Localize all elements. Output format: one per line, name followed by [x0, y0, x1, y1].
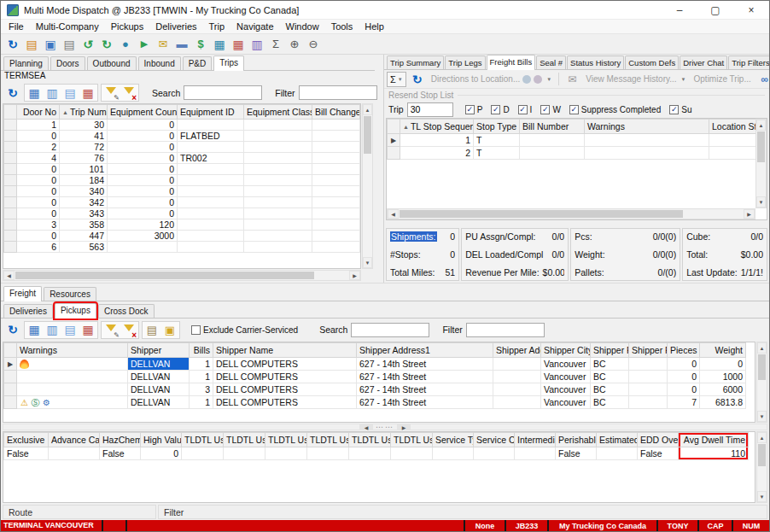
scroll-left-icon[interactable]: ◀ [388, 209, 399, 219]
col-shipper-pro[interactable]: Shipper Pro [591, 343, 629, 358]
cell[interactable]: 563 [60, 242, 108, 253]
cell[interactable]: 101 [60, 164, 108, 175]
cell[interactable] [178, 142, 244, 153]
chart-icon[interactable] [248, 36, 265, 52]
undo-icon[interactable] [79, 36, 96, 52]
cell[interactable]: 0 [17, 164, 60, 175]
cell[interactable]: 110 [679, 447, 749, 460]
cell[interactable] [17, 383, 128, 396]
planning-filter-input[interactable] [299, 85, 377, 100]
cell[interactable] [312, 153, 360, 164]
cell[interactable] [515, 447, 556, 460]
cell[interactable]: 1 [17, 120, 60, 131]
cell[interactable]: 0 [668, 358, 700, 371]
col-tldtl-user[interactable]: TLDTL User [391, 433, 433, 447]
cell[interactable]: 0 [700, 358, 746, 371]
cell[interactable]: 358 [60, 219, 108, 231]
scroll-thumb[interactable] [15, 272, 314, 279]
checkbox-p[interactable]: ✓P [465, 105, 483, 114]
cell[interactable]: 0 [17, 186, 60, 197]
cell[interactable]: DELLVAN [128, 396, 190, 409]
cell[interactable]: T [474, 134, 520, 147]
col-bills[interactable]: Bills [190, 343, 213, 358]
col-service-clas[interactable]: Service Clas [474, 433, 515, 447]
menu-item-file[interactable]: File [3, 20, 30, 32]
view-message-history-button[interactable]: View Message History...▼ [586, 74, 685, 84]
checkbox-w[interactable]: ✓W [540, 105, 560, 114]
close-button[interactable]: × [733, 1, 769, 20]
col-shipper-pos[interactable]: Shipper Pos [629, 343, 668, 358]
cell[interactable] [493, 371, 541, 383]
cell[interactable] [244, 219, 312, 231]
cell[interactable] [17, 358, 128, 371]
scroll-up-icon[interactable]: ▲ [757, 432, 767, 443]
current-row-marker-icon[interactable]: ▶ [4, 358, 17, 371]
scroll-down-icon[interactable]: ▼ [757, 491, 767, 502]
scroll-left-icon[interactable]: ◀ [3, 271, 15, 280]
truck-icon[interactable] [173, 36, 190, 52]
tab-freight-bills[interactable]: Freight Bills [487, 55, 536, 70]
cell[interactable]: DELLVAN [128, 383, 190, 396]
cell[interactable] [312, 164, 360, 175]
row-selector[interactable] [4, 208, 17, 219]
cell[interactable]: 0 [108, 175, 178, 186]
cell[interactable] [108, 242, 178, 253]
cell[interactable]: 0 [668, 371, 700, 383]
cell[interactable] [493, 383, 541, 396]
cell[interactable] [244, 142, 312, 153]
cell[interactable]: 0 [108, 208, 178, 219]
cell[interactable] [182, 447, 224, 460]
menu-item-multi-company[interactable]: Multi-Company [30, 20, 105, 32]
cell[interactable]: 342 [60, 197, 108, 208]
row-selector[interactable] [4, 175, 17, 186]
col-shipper-adc[interactable]: Shipper Adc [493, 343, 541, 358]
cell[interactable] [629, 396, 668, 409]
row-selector[interactable] [4, 186, 17, 197]
maximize-button[interactable]: ▢ [697, 1, 733, 20]
cell[interactable]: 1 [190, 396, 213, 409]
tab-trip-summary[interactable]: Trip Summary [387, 56, 444, 69]
col-shipper-name[interactable]: Shipper Name [213, 343, 357, 358]
row-selector[interactable] [4, 197, 17, 208]
planning-search-input[interactable] [184, 85, 262, 100]
menu-item-window[interactable]: Window [280, 20, 325, 32]
col-exclusive[interactable]: Exclusive [4, 433, 49, 447]
scroll-thumb[interactable] [758, 354, 766, 380]
cell[interactable]: 7 [668, 396, 700, 409]
zoom-out-icon[interactable] [305, 36, 322, 52]
col-tldtl-user[interactable]: TLDTL User [265, 433, 307, 447]
mail-icon[interactable] [155, 36, 172, 52]
row-selector[interactable] [4, 131, 17, 142]
cell[interactable] [244, 197, 312, 208]
cell[interactable]: 2 [400, 147, 474, 160]
company-board-icon[interactable] [23, 36, 40, 52]
menu-item-tools[interactable]: Tools [325, 20, 359, 32]
col-service-type[interactable]: Service Type [433, 433, 474, 447]
col-tl-stop-sequenc[interactable]: ▲TL Stop Sequenc [400, 120, 474, 134]
cell[interactable]: DELLVAN [128, 358, 190, 371]
cell[interactable] [178, 242, 244, 253]
cell[interactable]: 1000 [700, 371, 746, 383]
grid-view-icon[interactable] [26, 322, 43, 338]
cell[interactable]: BC [591, 396, 629, 409]
grid-red-icon[interactable] [79, 85, 96, 101]
scroll-down-icon[interactable]: ▼ [363, 257, 372, 268]
cell[interactable] [597, 447, 638, 460]
tab-seal[interactable]: Seal # [536, 56, 566, 69]
col-shipper[interactable]: Shipper [128, 343, 190, 358]
optimize-trip-button[interactable]: Optimize Trip... [694, 74, 751, 84]
current-row-marker-icon[interactable]: ▶ [388, 134, 400, 147]
cell[interactable] [629, 383, 668, 396]
cell[interactable]: Vancouver [541, 358, 591, 371]
tab-trip-legs[interactable]: Trip Legs [445, 56, 485, 69]
cell[interactable] [312, 175, 360, 186]
splitter-grip[interactable]: ⋯⋯ [376, 425, 394, 429]
map-icon[interactable] [211, 36, 228, 52]
tab-resources[interactable]: Resources [44, 287, 96, 301]
cell[interactable] [178, 197, 244, 208]
cell[interactable] [312, 208, 360, 219]
scroll-right-icon[interactable]: ▶ [744, 209, 755, 219]
col-pieces[interactable]: Pieces [668, 343, 700, 358]
trip-form-icon[interactable] [42, 36, 59, 52]
scroll-up-icon[interactable]: ▲ [363, 104, 372, 115]
